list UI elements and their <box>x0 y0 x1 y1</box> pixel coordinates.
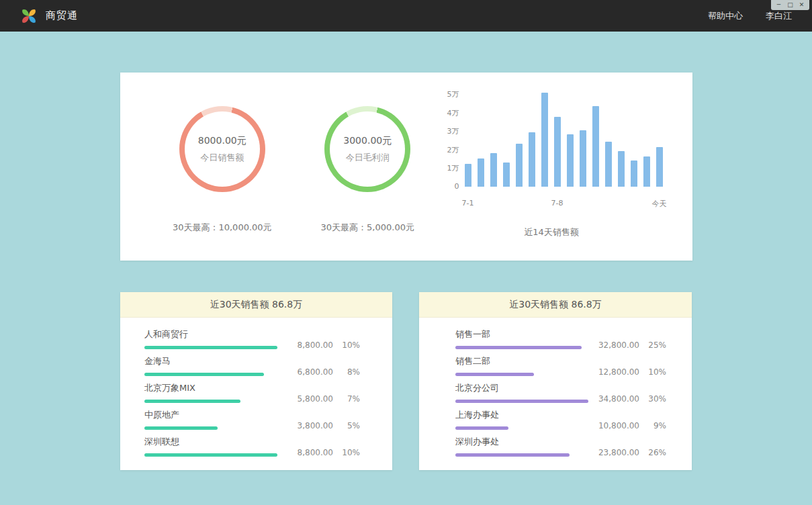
x-tick-label: 今天 <box>652 199 667 209</box>
item-value: 23,800.00 <box>595 448 639 457</box>
item-name: 中原地产 <box>144 409 218 421</box>
minimize-icon[interactable]: ─ <box>774 1 784 9</box>
window-controls: ─ □ ✕ <box>771 0 809 10</box>
panel-title: 近30天销售额 86.8万 <box>419 292 692 318</box>
donut-chart-today-profit: 3000.00元 今日毛利润 <box>324 106 410 192</box>
item-value: 32,800.00 <box>595 340 639 350</box>
bar <box>643 156 650 187</box>
daily-sales-chart: 5万4万3万2万1万0 7-17-8今天 近14天销售额 <box>441 73 663 238</box>
list-item: 上海办事处10,800.009% <box>455 409 666 430</box>
item-value: 10,800.00 <box>595 421 639 430</box>
bar <box>631 160 637 187</box>
item-name: 深圳联想 <box>144 436 277 448</box>
progress-bar <box>144 453 277 457</box>
user-menu[interactable]: 李白江 <box>766 10 792 22</box>
y-tick-label: 1万 <box>447 163 459 173</box>
bar <box>541 93 548 187</box>
bar <box>490 153 497 187</box>
list-item: 销售二部12,800.0010% <box>455 355 666 376</box>
donut-hole: 3000.00元 今日毛利润 <box>330 111 405 187</box>
maximize-icon[interactable]: □ <box>785 1 795 9</box>
list-item: 销售一部32,800.0025% <box>455 328 666 349</box>
item-name: 北京万象MIX <box>144 382 240 394</box>
bar <box>580 130 586 187</box>
item-percent: 5% <box>333 421 360 430</box>
today-profit-block: 3000.00元 今日毛利润 30天最高：5,000.00元 <box>295 73 441 234</box>
app-logo-pinwheel-icon <box>20 7 38 25</box>
y-tick-label: 2万 <box>447 145 459 155</box>
list-item: 北京万象MIX5,800.007% <box>144 382 360 403</box>
daily-ylabels: 5万4万3万2万1万0 <box>441 89 459 191</box>
item-name: 金海马 <box>144 355 264 367</box>
departments-list: 销售一部32,800.0025%销售二部12,800.0010%北京分公司34,… <box>419 318 692 457</box>
item-percent: 10% <box>639 367 666 377</box>
bar <box>605 142 612 187</box>
list-item: 人和商贸行8,800.0010% <box>144 328 360 349</box>
progress-bar <box>144 400 240 403</box>
list-item: 金海马6,800.008% <box>144 355 360 376</box>
progress-bar <box>144 426 218 430</box>
item-name: 人和商贸行 <box>144 328 277 340</box>
progress-bar <box>144 373 264 376</box>
departments-panel: 近30天销售额 86.8万 销售一部32,800.0025%销售二部12,800… <box>419 292 692 470</box>
item-value: 8,800.00 <box>289 340 333 350</box>
y-tick-label: 4万 <box>447 108 459 118</box>
daily-bars <box>465 93 663 187</box>
x-tick-label: 7-8 <box>551 199 563 208</box>
item-name: 深圳办事处 <box>455 436 570 448</box>
item-percent: 30% <box>639 394 666 404</box>
progress-bar <box>144 346 277 349</box>
item-value: 6,800.00 <box>289 367 333 377</box>
list-item: 深圳联想8,800.0010% <box>144 436 360 457</box>
bar <box>503 163 510 187</box>
item-percent: 8% <box>333 367 360 377</box>
today-sales-value: 8000.00元 <box>198 135 246 147</box>
y-tick-label: 3万 <box>447 126 459 136</box>
top-customers-list: 人和商贸行8,800.0010%金海马6,800.008%北京万象MIX5,80… <box>120 318 392 457</box>
today-profit-value: 3000.00元 <box>343 135 392 147</box>
item-percent: 10% <box>333 448 360 457</box>
bar <box>465 164 471 187</box>
item-name: 销售二部 <box>455 355 534 367</box>
bar <box>567 134 574 187</box>
bar <box>516 144 523 187</box>
bar <box>592 106 599 187</box>
progress-bar <box>455 373 534 376</box>
bar <box>478 158 484 187</box>
y-tick-label: 5万 <box>447 89 459 99</box>
today-profit-footnote: 30天最高：5,000.00元 <box>321 222 414 234</box>
progress-bar <box>455 400 588 403</box>
bar <box>618 151 625 187</box>
today-sales-block: 8000.00元 今日销售额 30天最高：10,000.00元 <box>150 73 296 234</box>
item-name: 上海办事处 <box>455 409 508 421</box>
progress-bar <box>455 426 508 430</box>
donut-chart-today-sales: 8000.00元 今日销售额 <box>179 106 265 192</box>
bar <box>656 147 663 187</box>
list-item: 深圳办事处23,800.0026% <box>455 436 666 457</box>
bar <box>529 132 535 187</box>
list-item: 中原地产3,800.005% <box>144 409 360 430</box>
x-tick-label: 7-1 <box>462 199 474 208</box>
today-sales-footnote: 30天最高：10,000.00元 <box>173 222 272 234</box>
item-percent: 9% <box>639 421 666 430</box>
item-value: 3,800.00 <box>289 421 333 430</box>
panel-title: 近30天销售额 86.8万 <box>120 292 392 318</box>
list-item: 北京分公司34,800.0030% <box>455 382 666 403</box>
item-value: 8,800.00 <box>289 448 333 457</box>
top-customers-panel: 近30天销售额 86.8万 人和商贸行8,800.0010%金海马6,800.0… <box>120 292 392 470</box>
help-center-link[interactable]: 帮助中心 <box>708 10 743 22</box>
panels-row: 近30天销售额 86.8万 人和商贸行8,800.0010%金海马6,800.0… <box>120 292 692 470</box>
item-value: 12,800.00 <box>595 367 639 377</box>
item-name: 北京分公司 <box>455 382 588 394</box>
progress-bar <box>455 453 570 457</box>
today-profit-label: 今日毛利润 <box>346 152 390 164</box>
progress-bar <box>455 346 582 349</box>
donut-hole: 8000.00元 今日销售额 <box>185 111 260 187</box>
daily-xlabels: 7-17-8今天 <box>465 199 663 209</box>
close-icon[interactable]: ✕ <box>797 1 807 9</box>
item-value: 34,800.00 <box>595 394 639 404</box>
item-percent: 25% <box>639 340 666 350</box>
item-percent: 7% <box>333 394 360 404</box>
daily-chart-caption: 近14天销售额 <box>441 226 663 238</box>
overview-card: 8000.00元 今日销售额 30天最高：10,000.00元 3000.00元… <box>120 73 692 261</box>
